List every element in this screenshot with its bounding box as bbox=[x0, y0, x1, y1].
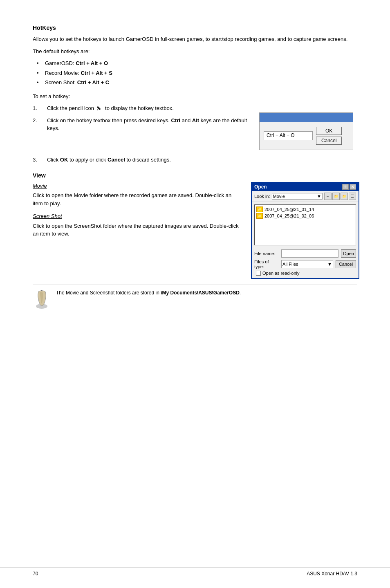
hotkey-input[interactable]: Ctrl + Alt + O bbox=[264, 131, 313, 140]
views-button[interactable]: ☰ bbox=[349, 193, 356, 200]
toolbar-icons: ← 📁 📁 ☰ bbox=[324, 193, 356, 200]
filetype-row: Files of type: All Files ▼ Cancel bbox=[254, 259, 356, 269]
file-name: 2007_04_25@21_01_14 bbox=[264, 207, 314, 212]
movie-subsection: Movie Click to open the Movie folder whe… bbox=[33, 182, 243, 208]
pencil-icon bbox=[96, 104, 103, 113]
up-folder-button[interactable]: 📁 bbox=[332, 193, 340, 200]
steps-with-dialog: 1. Click the pencil icon to display the … bbox=[33, 104, 357, 150]
file-name-label: File name: bbox=[254, 251, 279, 256]
open-dialog-files: 📁 2007_04_25@21_01_14 📁 2007_04_25@21_02… bbox=[254, 204, 356, 245]
files-of-type-select[interactable]: All Files ▼ bbox=[281, 260, 333, 268]
dropdown-arrow-icon: ▼ bbox=[317, 194, 321, 199]
step3-list: 3. Click OK to apply or click Cancel to … bbox=[33, 156, 357, 164]
folder-icon: 📁 bbox=[256, 206, 263, 212]
filename-row: File name: Open bbox=[254, 249, 356, 258]
back-button[interactable]: ← bbox=[324, 193, 332, 200]
note-box: The Movie and Screenshot folders are sto… bbox=[33, 285, 357, 310]
hotkey-ok-button[interactable]: OK bbox=[316, 127, 342, 135]
title-buttons: ? ✕ bbox=[342, 184, 356, 190]
step-1: 1. Click the pencil icon to display the … bbox=[33, 104, 251, 113]
open-dialog-toolbar: Look in: Movie ▼ ← 📁 📁 ☰ bbox=[252, 191, 359, 202]
step-3: 3. Click OK to apply or click Cancel to … bbox=[33, 156, 357, 164]
hotkeys-title: HotKeys bbox=[33, 25, 357, 31]
open-button[interactable]: Open bbox=[341, 249, 356, 258]
close-button[interactable]: ✕ bbox=[350, 184, 356, 190]
hotkeys-description: Allows you to set the hotkeys to launch … bbox=[33, 35, 357, 43]
item-shortcut: Ctrl + Alt + S bbox=[81, 70, 112, 76]
screenshot-subsection: Screen Shot Click to open the ScreenShot… bbox=[33, 212, 243, 238]
readonly-checkbox[interactable] bbox=[256, 271, 261, 276]
step-num: 3. bbox=[33, 156, 47, 164]
screenshot-title: Screen Shot bbox=[33, 212, 243, 220]
item-shortcut: Ctrl + Alt + C bbox=[77, 79, 109, 85]
view-right: Open ? ✕ Look in: Movie ▼ ← bbox=[251, 182, 357, 279]
file-item[interactable]: 📁 2007_04_25@21_01_14 bbox=[256, 206, 354, 212]
look-in-value: Movie bbox=[273, 194, 285, 199]
item-label: GamerOSD: Ctrl + Alt + O bbox=[45, 60, 108, 66]
new-folder-button[interactable]: 📁 bbox=[341, 193, 348, 200]
hotkey-dialog-titlebar bbox=[260, 113, 353, 122]
step-text: Click on the hotkey textbox then press d… bbox=[47, 117, 251, 132]
page-content: HotKeys Allows you to set the hotkeys to… bbox=[0, 0, 390, 342]
file-name-input[interactable] bbox=[281, 249, 338, 258]
readonly-label: Open as read-only bbox=[262, 271, 300, 276]
open-dialog-title: Open bbox=[254, 184, 267, 190]
set-hotkey-label: To set a hotkey: bbox=[33, 92, 357, 101]
page-number: 70 bbox=[33, 571, 38, 577]
folder-icon: 📁 bbox=[256, 213, 263, 219]
page-title: ASUS Xonar HDAV 1.3 bbox=[307, 571, 357, 577]
readonly-row: Open as read-only bbox=[254, 271, 356, 276]
files-of-type-value: All Files bbox=[282, 262, 298, 267]
step-num: 2. bbox=[33, 117, 47, 125]
page-footer: 70 ASUS Xonar HDAV 1.3 bbox=[0, 567, 390, 580]
movie-description: Click to open the Movie folder where the… bbox=[33, 191, 243, 207]
open-dialog: Open ? ✕ Look in: Movie ▼ ← bbox=[251, 182, 359, 279]
steps-right: Ctrl + Alt + O OK Cancel bbox=[259, 104, 357, 150]
item-shortcut: Ctrl + Alt + O bbox=[76, 60, 108, 66]
hotkeys-list: GamerOSD: Ctrl + Alt + O Record Movie: C… bbox=[33, 59, 357, 87]
file-name: 2007_04_25@21_02_06 bbox=[264, 213, 314, 218]
screenshot-description: Click to open the ScreenShot folder wher… bbox=[33, 222, 243, 238]
help-button[interactable]: ? bbox=[342, 184, 349, 190]
view-section: View Movie Click to open the Movie folde… bbox=[33, 172, 357, 310]
look-in-label: Look in: bbox=[254, 194, 270, 199]
hotkey-dialog-body: Ctrl + Alt + O OK Cancel bbox=[260, 122, 353, 150]
hotkey-cancel-button[interactable]: Cancel bbox=[316, 137, 342, 145]
hotkey-dialog: Ctrl + Alt + O OK Cancel bbox=[259, 112, 353, 150]
list-item: Record Movie: Ctrl + Alt + S bbox=[33, 69, 357, 77]
hotkeys-default-note: The default hotkeys are: bbox=[33, 47, 357, 56]
item-label: Record Movie: Ctrl + Alt + S bbox=[45, 70, 112, 76]
step-text: Click OK to apply or click Cancel to dis… bbox=[47, 156, 357, 164]
cancel-button[interactable]: Cancel bbox=[336, 260, 356, 268]
open-dialog-footer: File name: Open Files of type: All Files… bbox=[252, 248, 359, 278]
step-text: Click the pencil icon to display the hot… bbox=[47, 104, 251, 113]
view-title: View bbox=[33, 172, 357, 179]
hotkey-dialog-buttons: OK Cancel bbox=[316, 127, 342, 145]
step-num: 1. bbox=[33, 104, 47, 112]
item-label: Screen Shot: Ctrl + Alt + C bbox=[45, 79, 109, 85]
list-item: GamerOSD: Ctrl + Alt + O bbox=[33, 59, 357, 67]
movie-title: Movie bbox=[33, 182, 243, 190]
look-in-dropdown[interactable]: Movie ▼ bbox=[272, 193, 323, 200]
note-icon bbox=[33, 289, 51, 310]
select-arrow-icon: ▼ bbox=[327, 262, 332, 267]
view-text: Movie Click to open the Movie folder whe… bbox=[33, 182, 243, 279]
files-of-type-label: Files of type: bbox=[254, 259, 279, 269]
open-dialog-titlebar: Open ? ✕ bbox=[252, 183, 359, 191]
file-item[interactable]: 📁 2007_04_25@21_02_06 bbox=[256, 213, 354, 219]
view-content: Movie Click to open the Movie folder whe… bbox=[33, 182, 357, 279]
list-item: Screen Shot: Ctrl + Alt + C bbox=[33, 79, 357, 87]
step-2: 2. Click on the hotkey textbox then pres… bbox=[33, 117, 251, 132]
svg-marker-0 bbox=[97, 109, 98, 110]
note-text: The Movie and Screenshot folders are sto… bbox=[56, 289, 241, 296]
steps-left: 1. Click the pencil icon to display the … bbox=[33, 104, 251, 150]
steps-list: 1. Click the pencil icon to display the … bbox=[33, 104, 251, 132]
